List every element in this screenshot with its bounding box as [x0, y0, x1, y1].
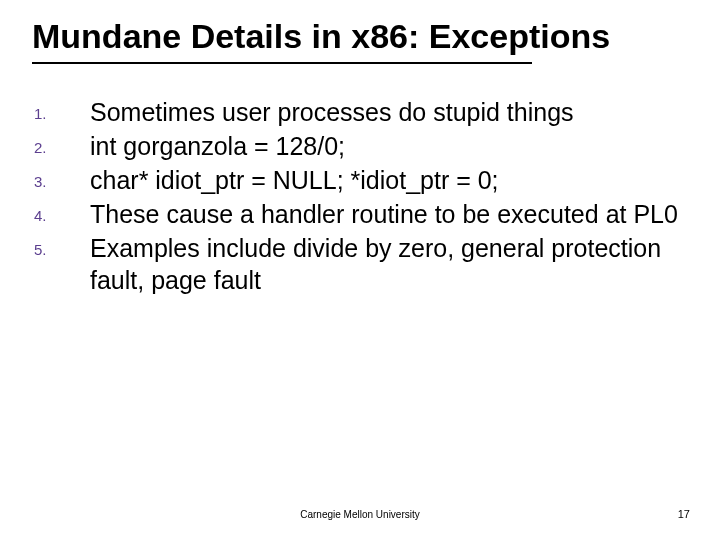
list-number: 4. — [32, 198, 90, 232]
list-item: 5. Examples include divide by zero, gene… — [32, 232, 688, 298]
list-number: 5. — [32, 232, 90, 298]
list-item: 3. char* idiot_ptr = NULL; *idiot_ptr = … — [32, 164, 688, 198]
list-item: 2. int gorganzola = 128/0; — [32, 130, 688, 164]
list-number: 1. — [32, 96, 90, 130]
list-text: char* idiot_ptr = NULL; *idiot_ptr = 0; — [90, 164, 688, 198]
list-item: 1. Sometimes user processes do stupid th… — [32, 96, 688, 130]
title-text: Mundane Details in x86: Exceptions — [32, 17, 610, 55]
title-underline — [32, 62, 532, 64]
list-item: 4. These cause a handler routine to be e… — [32, 198, 688, 232]
list-text: Sometimes user processes do stupid thing… — [90, 96, 688, 130]
page-number: 17 — [678, 508, 690, 520]
footer-institution: Carnegie Mellon University — [0, 509, 720, 520]
slide: Mundane Details in x86: Exceptions 1. So… — [0, 0, 720, 540]
list-number: 2. — [32, 130, 90, 164]
list-number: 3. — [32, 164, 90, 198]
list-text: int gorganzola = 128/0; — [90, 130, 688, 164]
slide-title: Mundane Details in x86: Exceptions — [32, 16, 688, 74]
list-text: These cause a handler routine to be exec… — [90, 198, 688, 232]
numbered-list: 1. Sometimes user processes do stupid th… — [32, 96, 688, 298]
list-text: Examples include divide by zero, general… — [90, 232, 688, 298]
